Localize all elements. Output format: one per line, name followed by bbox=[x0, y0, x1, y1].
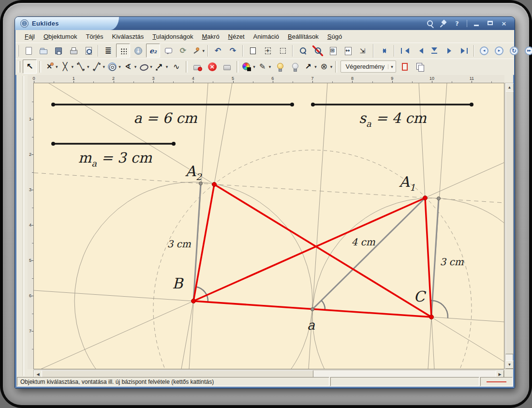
color-button[interactable]: ▾ bbox=[241, 60, 256, 74]
area-off-button[interactable] bbox=[276, 44, 290, 58]
show-button[interactable] bbox=[272, 60, 286, 74]
open-file-button[interactable] bbox=[36, 44, 50, 58]
copy-button[interactable] bbox=[413, 60, 427, 74]
label-a-side[interactable]: a bbox=[307, 317, 315, 332]
fast-forward-button[interactable]: ▸▸ bbox=[522, 44, 532, 58]
angle-tool-button[interactable]: ∢▾ bbox=[122, 60, 137, 74]
arrow-style-button[interactable]: ↗▾ bbox=[302, 60, 317, 74]
print-button[interactable] bbox=[66, 44, 80, 58]
print-preview-button[interactable] bbox=[81, 44, 95, 58]
circle-B-radius-3cm[interactable] bbox=[74, 182, 312, 369]
point-A2[interactable] bbox=[212, 182, 217, 187]
pen-style-button[interactable]: ✎▾ bbox=[257, 60, 272, 74]
point-HB[interactable] bbox=[199, 182, 203, 185]
vertical-scrollbar[interactable]: ▲ ▼ bbox=[505, 83, 513, 369]
circle-C-radius-3cm[interactable] bbox=[312, 198, 504, 369]
point-F[interactable] bbox=[311, 308, 314, 311]
scroll-down-button[interactable]: ▼ bbox=[505, 361, 514, 369]
frame-button[interactable] bbox=[398, 60, 412, 74]
label-A1[interactable]: A1 bbox=[399, 173, 415, 193]
zoom-button[interactable] bbox=[424, 19, 436, 28]
pin-button[interactable] bbox=[437, 19, 450, 28]
save-button[interactable] bbox=[51, 44, 65, 58]
add-area-button[interactable]: + bbox=[261, 44, 275, 58]
animate-button[interactable] bbox=[377, 44, 391, 58]
anim-play-button[interactable] bbox=[442, 44, 456, 58]
curve-tool-button[interactable]: ∿ bbox=[169, 60, 183, 74]
close-button[interactable]: × bbox=[498, 19, 510, 28]
maximize-button[interactable] bbox=[484, 19, 497, 28]
menu-animacio[interactable]: Animáció bbox=[249, 31, 284, 42]
drawing-canvas[interactable]: a = 6 cmsa = 4 cmma = 3 cmA2A1BCa3 cm4 c… bbox=[33, 83, 504, 369]
point-tool-button[interactable]: ×▾ bbox=[44, 60, 59, 74]
menu-tulajdonsagok[interactable]: Tulajdonságok bbox=[148, 31, 197, 42]
redraw-button[interactable]: ⟳ bbox=[176, 44, 190, 58]
point-C[interactable] bbox=[429, 315, 434, 319]
point-A1[interactable] bbox=[423, 196, 428, 200]
menu-kivalasztas[interactable]: Kiválasztás bbox=[108, 31, 148, 42]
result-select[interactable]: Végeredmény▾ bbox=[340, 60, 396, 73]
anim-first-button[interactable] bbox=[397, 44, 411, 58]
intersection-tool-button[interactable]: ╳▾ bbox=[59, 60, 74, 74]
segment-sa-given-endpoint[interactable] bbox=[470, 103, 473, 106]
anim-prev-button[interactable] bbox=[412, 44, 426, 58]
segment-ma-given-endpoint[interactable] bbox=[172, 142, 176, 146]
measure-segment-F-A1[interactable] bbox=[312, 198, 425, 309]
menu-objektumok[interactable]: Objektumok bbox=[39, 31, 81, 42]
redo-button[interactable]: ↷ bbox=[226, 44, 240, 58]
line-BA1-extended[interactable] bbox=[34, 163, 504, 369]
segment-sa-given-endpoint[interactable] bbox=[311, 103, 315, 106]
parallel-line-3cm[interactable] bbox=[34, 173, 504, 203]
label-3cm-left[interactable]: 3 cm bbox=[167, 238, 191, 250]
triangle-side-B-A1[interactable] bbox=[193, 198, 425, 301]
gravity-button[interactable]: ↓ bbox=[131, 44, 145, 58]
segment-ma-given-endpoint[interactable] bbox=[51, 142, 55, 146]
menu-sugo[interactable]: Súgó bbox=[323, 31, 346, 42]
geometry-construction[interactable]: a = 6 cmsa = 4 cmma = 3 cmA2A1BCa3 cm4 c… bbox=[34, 83, 504, 369]
comment-button[interactable] bbox=[161, 44, 175, 58]
fit-width-button[interactable]: ↔ bbox=[340, 44, 355, 58]
description-button[interactable]: ≣ bbox=[101, 44, 115, 58]
label-B[interactable]: B bbox=[172, 275, 184, 292]
menu-fajl[interactable]: Fájl bbox=[20, 31, 39, 42]
delete-step-button[interactable] bbox=[190, 60, 204, 74]
segment-tool-button[interactable]: ╱▾ bbox=[91, 60, 106, 74]
e2-geometry-button[interactable]: e₂ bbox=[146, 44, 160, 58]
label-3cm-right[interactable]: 3 cm bbox=[440, 256, 463, 268]
new-file-button[interactable] bbox=[21, 44, 35, 58]
label-sa-given[interactable]: sa = 4 cm bbox=[359, 110, 427, 129]
help-button[interactable]: ? bbox=[451, 19, 463, 28]
label-C[interactable]: C bbox=[414, 288, 427, 305]
select-tool-button[interactable]: ↖ bbox=[23, 60, 37, 74]
triangle-side-C-A1[interactable] bbox=[425, 198, 431, 317]
title-bar[interactable]: Euklides ?× bbox=[15, 17, 515, 30]
triangle-side-C-A2[interactable] bbox=[214, 184, 431, 317]
label-A2[interactable]: A2 bbox=[185, 163, 202, 182]
step-forward-button[interactable]: ▸ bbox=[492, 44, 506, 58]
segment-a-given-endpoint[interactable] bbox=[51, 103, 55, 106]
vertical-scroll-thumb[interactable] bbox=[505, 91, 514, 354]
fit-page-button[interactable]: ⊞ bbox=[325, 44, 340, 58]
label-4cm-median[interactable]: 4 cm bbox=[351, 236, 375, 248]
measure-segment-C-HC[interactable] bbox=[431, 198, 439, 317]
base-point-button[interactable]: ▾ bbox=[191, 44, 205, 58]
circle-tool-button[interactable]: ◎▾ bbox=[106, 60, 121, 74]
menu-makro[interactable]: Makró bbox=[197, 31, 223, 42]
undo-button[interactable]: ↶ bbox=[211, 44, 225, 58]
invisible-button[interactable]: ⊗▾ bbox=[318, 60, 333, 74]
grid-button[interactable] bbox=[116, 44, 130, 58]
segment-a-given-endpoint[interactable] bbox=[290, 103, 294, 106]
conic-tool-button[interactable]: ▾ bbox=[138, 60, 153, 74]
label-ma-given[interactable]: ma = 3 cm bbox=[78, 150, 152, 168]
zoom-in-button[interactable] bbox=[296, 44, 310, 58]
anim-stop-button[interactable] bbox=[427, 44, 441, 58]
loop-button[interactable]: ↻ bbox=[507, 44, 521, 58]
anim-last-button[interactable] bbox=[457, 44, 471, 58]
delete-all-button[interactable]: × bbox=[205, 60, 219, 74]
shrink-button[interactable]: ⇲ bbox=[355, 44, 369, 58]
minimize-button[interactable] bbox=[471, 19, 483, 28]
line-tool-button[interactable]: ╲▾ bbox=[75, 60, 90, 74]
construction-steps-button[interactable] bbox=[220, 60, 234, 74]
scroll-up-button[interactable]: ▲ bbox=[505, 83, 514, 91]
menu-beallitasok[interactable]: Beállítások bbox=[283, 31, 323, 42]
